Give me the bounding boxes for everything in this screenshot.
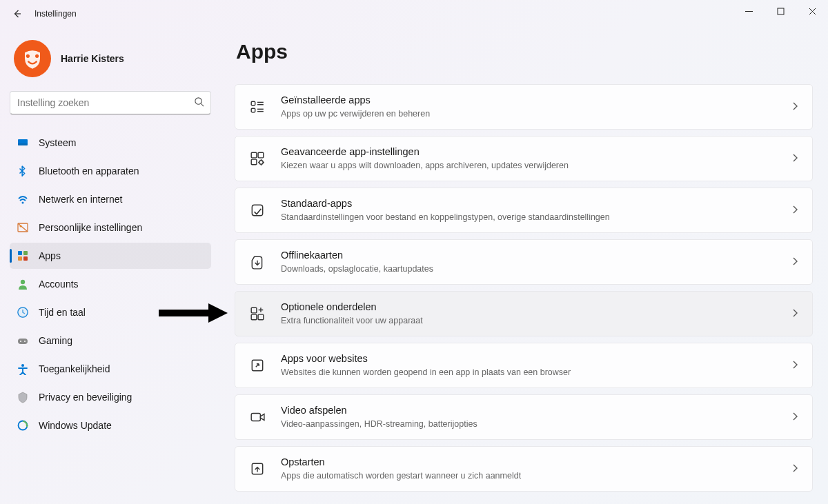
- card-icon: [249, 409, 266, 425]
- nav-item-label: Netwerk en internet: [39, 194, 122, 205]
- annotation-arrow: [159, 302, 228, 327]
- avatar: [14, 40, 51, 77]
- card-icon: [249, 461, 266, 477]
- apps-icon: [17, 250, 29, 262]
- window-title: Instellingen: [34, 9, 77, 19]
- close-button[interactable]: [796, 0, 828, 22]
- nav-item-update[interactable]: Windows Update: [10, 412, 211, 439]
- back-button[interactable]: [7, 3, 28, 24]
- card-title: Geavanceerde app-instellingen: [281, 145, 791, 159]
- card-subtitle: Apps die automatisch worden gestart wann…: [281, 470, 791, 482]
- chevron-right-icon: [791, 308, 798, 320]
- chevron-right-icon: [791, 360, 798, 372]
- nav-item-label: Bluetooth en apparaten: [39, 165, 139, 177]
- page-title: Apps: [236, 40, 813, 63]
- card-icon: [249, 150, 266, 167]
- chevron-right-icon: [791, 256, 798, 268]
- nav-item-gaming[interactable]: Gaming: [10, 327, 211, 354]
- nav-item-system[interactable]: Systeem: [10, 130, 211, 156]
- nav-item-label: Tijd en taal: [39, 307, 86, 318]
- nav-item-apps[interactable]: Apps: [10, 243, 211, 269]
- nav-item-label: Accounts: [39, 279, 79, 290]
- maximize-button[interactable]: [765, 0, 796, 22]
- access-icon: [17, 363, 29, 375]
- card-icon: [249, 305, 266, 322]
- bluetooth-icon: [17, 165, 29, 177]
- chevron-right-icon: [791, 463, 798, 475]
- nav-item-network[interactable]: Netwerk en internet: [10, 186, 211, 212]
- card-icon: [249, 99, 266, 115]
- gaming-icon: [17, 334, 29, 347]
- settings-card[interactable]: Apps voor websitesWebsites die kunnen wo…: [235, 343, 813, 388]
- card-text: Standaard-appsStandaardinstellingen voor…: [281, 197, 791, 223]
- time-icon: [17, 306, 29, 319]
- sidebar: Harrie Kisters SysteemBluetooth en appar…: [0, 28, 221, 504]
- privacy-icon: [17, 391, 29, 403]
- card-subtitle: Apps op uw pc verwijderen en beheren: [281, 108, 791, 120]
- card-text: OpstartenApps die automatisch worden ges…: [281, 456, 791, 481]
- svg-point-7: [195, 98, 201, 104]
- chevron-right-icon: [791, 412, 798, 423]
- network-icon: [17, 193, 29, 205]
- settings-card[interactable]: OfflinekaartenDownloads, opslaglocatie, …: [235, 239, 813, 285]
- profile-name: Harrie Kisters: [61, 53, 124, 64]
- card-text: Apps voor websitesWebsites die kunnen wo…: [281, 352, 791, 378]
- search-wrapper: [10, 91, 211, 114]
- nav-item-personal[interactable]: Persoonlijke instellingen: [10, 214, 211, 241]
- svg-rect-1: [778, 8, 784, 14]
- cards-list: Geïnstalleerde appsApps op uw pc verwijd…: [235, 84, 813, 492]
- update-icon: [17, 419, 29, 432]
- nav-item-bluetooth[interactable]: Bluetooth en apparaten: [10, 158, 211, 184]
- settings-card[interactable]: OpstartenApps die automatisch worden ges…: [235, 446, 813, 492]
- nav-item-label: Systeem: [39, 137, 76, 148]
- window-controls: [733, 0, 828, 22]
- card-text: Video afspelenVideo-aanpassingen, HDR-st…: [281, 404, 791, 430]
- card-text: Geavanceerde app-instellingenKiezen waar…: [281, 145, 791, 171]
- nav-item-privacy[interactable]: Privacy en beveiliging: [10, 384, 211, 410]
- minimize-button[interactable]: [733, 0, 765, 22]
- personal-icon: [17, 221, 29, 234]
- settings-card[interactable]: Standaard-appsStandaardinstellingen voor…: [235, 188, 813, 233]
- card-text: OfflinekaartenDownloads, opslaglocatie, …: [281, 249, 791, 274]
- card-title: Apps voor websites: [281, 352, 791, 366]
- card-icon: [249, 202, 266, 219]
- card-subtitle: Standaardinstellingen voor bestand en ko…: [281, 212, 791, 223]
- card-icon: [249, 357, 266, 374]
- svg-point-6: [35, 54, 39, 58]
- card-subtitle: Extra functionaliteit voor uw apparaat: [281, 315, 791, 327]
- search-icon: [194, 97, 204, 109]
- svg-point-5: [26, 54, 30, 58]
- card-title: Optionele onderdelen: [281, 301, 791, 314]
- nav-item-accounts[interactable]: Accounts: [10, 271, 211, 297]
- profile[interactable]: Harrie Kisters: [10, 34, 211, 91]
- nav-item-label: Persoonlijke instellingen: [39, 222, 142, 233]
- chevron-right-icon: [791, 205, 798, 216]
- settings-card[interactable]: Video afspelenVideo-aanpassingen, HDR-st…: [235, 394, 813, 440]
- system-icon: [17, 137, 29, 149]
- card-icon: [249, 254, 266, 270]
- main: Apps Geïnstalleerde appsApps op uw pc ve…: [221, 28, 828, 504]
- card-text: Geïnstalleerde appsApps op uw pc verwijd…: [281, 94, 791, 119]
- titlebar: Instellingen: [0, 0, 828, 28]
- card-subtitle: Websites die kunnen worden geopend in ee…: [281, 367, 791, 379]
- nav-item-label: Apps: [39, 250, 61, 261]
- card-title: Video afspelen: [281, 404, 791, 418]
- nav-item-access[interactable]: Toegankelijkheid: [10, 356, 211, 382]
- svg-line-8: [201, 103, 204, 106]
- nav-item-label: Privacy en beveiliging: [39, 392, 132, 403]
- nav: SysteemBluetooth en apparatenNetwerk en …: [10, 130, 211, 439]
- svg-marker-10: [208, 303, 228, 323]
- settings-card[interactable]: Geïnstalleerde appsApps op uw pc verwijd…: [235, 84, 813, 130]
- card-subtitle: Video-aanpassingen, HDR-streaming, batte…: [281, 419, 791, 430]
- chevron-right-icon: [791, 153, 798, 165]
- card-subtitle: Downloads, opslaglocatie, kaartupdates: [281, 263, 791, 275]
- settings-card[interactable]: Optionele onderdelenExtra functionalitei…: [235, 291, 813, 336]
- accounts-icon: [17, 278, 29, 290]
- search-input[interactable]: [10, 91, 211, 114]
- card-title: Geïnstalleerde apps: [281, 94, 791, 108]
- card-subtitle: Kiezen waar u apps wilt downloaden, apps…: [281, 160, 791, 172]
- card-title: Offlinekaarten: [281, 249, 791, 263]
- nav-item-label: Windows Update: [39, 420, 112, 431]
- card-text: Optionele onderdelenExtra functionalitei…: [281, 301, 791, 326]
- settings-card[interactable]: Geavanceerde app-instellingenKiezen waar…: [235, 136, 813, 181]
